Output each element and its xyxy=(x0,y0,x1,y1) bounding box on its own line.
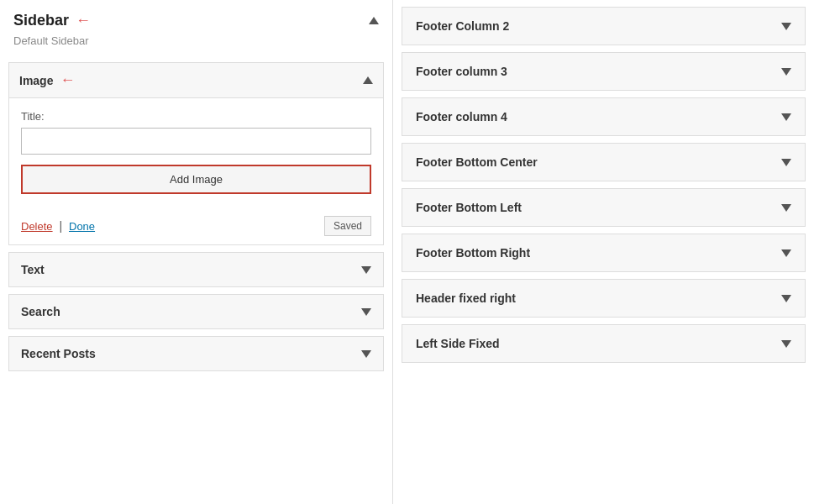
recent-posts-widget-header[interactable]: Recent Posts xyxy=(9,337,383,370)
widget-actions: Delete | Done xyxy=(21,219,95,233)
right-panel-item-label: Footer column 3 xyxy=(416,65,507,78)
right-panel-item[interactable]: Footer Bottom Left xyxy=(402,188,806,227)
title-input[interactable] xyxy=(21,128,371,155)
right-panel-item-label: Footer Column 2 xyxy=(416,19,509,33)
right-panel-item-label: Footer column 4 xyxy=(416,110,507,123)
text-widget-header[interactable]: Text xyxy=(9,253,383,286)
right-panel-item-expand-icon[interactable] xyxy=(781,68,791,76)
right-panel-item-expand-icon[interactable] xyxy=(781,113,791,121)
delete-link[interactable]: Delete xyxy=(21,220,53,233)
right-panel-item-label: Footer Bottom Center xyxy=(416,155,538,169)
text-widget-expand-icon[interactable] xyxy=(361,266,371,274)
right-panel-item[interactable]: Footer Bottom Right xyxy=(402,234,806,272)
image-widget-body: Title: Add Image xyxy=(9,98,383,211)
right-panel: Footer Column 2Footer column 3Footer col… xyxy=(393,0,814,504)
right-panel-item-expand-icon[interactable] xyxy=(781,295,791,302)
right-panel-item-expand-icon[interactable] xyxy=(781,204,791,212)
saved-button: Saved xyxy=(324,216,371,236)
sidebar-title-row: Sidebar ← xyxy=(13,12,91,29)
image-widget-header[interactable]: Image ← xyxy=(9,63,383,98)
right-panel-item[interactable]: Footer Bottom Center xyxy=(402,143,806,181)
right-panel-item-expand-icon[interactable] xyxy=(781,159,791,166)
add-image-button[interactable]: Add Image xyxy=(21,165,371,194)
text-widget: Text xyxy=(8,252,384,287)
right-panel-item[interactable]: Left Side Fixed xyxy=(402,324,806,363)
sidebar-header: Sidebar ← xyxy=(0,0,392,34)
recent-posts-widget-label: Recent Posts xyxy=(21,347,96,360)
image-widget-collapse-icon[interactable] xyxy=(363,76,373,84)
right-panel-item[interactable]: Footer Column 2 xyxy=(402,7,806,45)
image-widget: Image ← Title: Add Image Delete | Done S… xyxy=(8,62,384,245)
image-widget-title: Image xyxy=(19,74,53,87)
left-panel: Sidebar ← Default Sidebar Image ← Title:… xyxy=(0,0,393,504)
image-widget-footer: Delete | Done Saved xyxy=(9,211,383,244)
right-panel-item[interactable]: Footer column 3 xyxy=(402,52,806,91)
sidebar-back-icon: ← xyxy=(76,12,91,29)
done-link[interactable]: Done xyxy=(69,220,95,233)
image-widget-back-icon: ← xyxy=(60,71,75,89)
right-panel-item-label: Footer Bottom Right xyxy=(416,246,530,260)
right-panel-item-label: Left Side Fixed xyxy=(416,337,500,350)
right-panel-item[interactable]: Header fixed right xyxy=(402,279,806,318)
title-field-label: Title: xyxy=(21,110,371,123)
action-separator: | xyxy=(59,219,62,233)
sidebar-default-label: Default Sidebar xyxy=(0,34,392,55)
right-panel-item-label: Footer Bottom Left xyxy=(416,201,522,214)
sidebar-collapse-icon[interactable] xyxy=(369,17,379,24)
right-panel-item[interactable]: Footer column 4 xyxy=(402,97,806,136)
sidebar-title: Sidebar xyxy=(13,12,69,29)
recent-posts-widget: Recent Posts xyxy=(8,336,384,371)
search-widget-expand-icon[interactable] xyxy=(361,308,371,316)
recent-posts-widget-expand-icon[interactable] xyxy=(361,350,371,358)
image-widget-title-row: Image ← xyxy=(19,71,75,89)
right-panel-item-expand-icon[interactable] xyxy=(781,249,791,257)
right-panel-item-label: Header fixed right xyxy=(416,291,516,305)
search-widget-header[interactable]: Search xyxy=(9,295,383,328)
right-panel-item-expand-icon[interactable] xyxy=(781,23,791,30)
text-widget-label: Text xyxy=(21,263,45,276)
search-widget: Search xyxy=(8,294,384,329)
search-widget-label: Search xyxy=(21,305,60,318)
right-panel-item-expand-icon[interactable] xyxy=(781,340,791,348)
